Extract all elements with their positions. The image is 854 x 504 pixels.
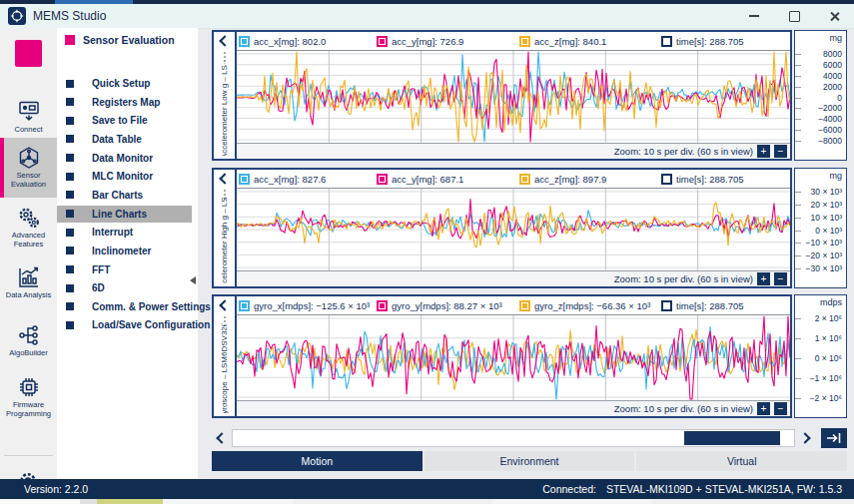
legend-toggle-time-s[interactable]: time[s]: 288.705 [661, 172, 744, 186]
app-logo-icon [8, 7, 26, 25]
menu-item-mlc-monitor[interactable]: MLC Monitor↗ [57, 168, 192, 185]
legend-toggle-acc-x-mg[interactable]: acc_x[mg]: 827.6 [239, 172, 326, 186]
tick-mark [795, 130, 801, 131]
menu-item-inclinometer[interactable]: Inclinometer↗ [57, 243, 192, 259]
menu-item-registers-map[interactable]: Registers Map [57, 94, 192, 111]
chevron-left-icon [219, 173, 230, 184]
app-window: MEMS Studio ConnectSensor EvaluationAdva… [0, 0, 854, 504]
legend-text: acc_z[mg]: 840.1 [534, 36, 606, 47]
menu-collapse-arrow-icon[interactable] [190, 276, 196, 284]
connect-board-icon [17, 100, 41, 124]
connected-value: STEVAL-MKI109D + STEVAL-MKI251A, FW: 1.5… [606, 483, 842, 495]
y-axis: mg 30 × 10³20 × 10³10 × 10³0 × 10³−10 × … [794, 168, 847, 288]
legend-toggle-gyro-x-mdps[interactable]: gyro_x[mdps]: −125.6 × 10³ [239, 298, 370, 312]
scroll-left-button[interactable] [212, 428, 232, 448]
legend-toggle-time-s[interactable]: time[s]: 288.705 [661, 34, 744, 48]
tick-mark [795, 358, 801, 359]
taskbar-edge [0, 499, 854, 504]
menu-item-quick-setup[interactable]: Quick Setup [57, 75, 192, 92]
menu-item-data-table[interactable]: Data Table [57, 131, 192, 148]
tick-mark [795, 98, 801, 99]
menu-item-save-to-file[interactable]: Save to File [57, 112, 192, 129]
sidebar-divider [4, 455, 53, 456]
menu-item-line-charts[interactable]: Line Charts↗ [57, 206, 192, 223]
legend-toggle-gyro-z-mdps[interactable]: gyro_z[mdps]: −66.36 × 10³ [519, 298, 650, 312]
zoom-out-button[interactable]: − [774, 402, 787, 415]
legend-toggle-acc-z-mg[interactable]: acc_z[mg]: 897.9 [519, 172, 606, 186]
menu-item-6d[interactable]: 6D [57, 279, 192, 296]
chevron-right-icon [799, 432, 810, 443]
y-axis-tick: −1 × 10⁶ [810, 373, 842, 383]
menu-item-data-monitor[interactable]: Data Monitor [57, 150, 192, 167]
scrollbar-thumb[interactable] [684, 431, 780, 445]
y-axis-unit: mg [829, 33, 842, 43]
legend-checkbox-icon [239, 174, 250, 185]
legend-checkbox-icon [661, 300, 672, 311]
menu-item-interrupt[interactable]: Interrupt [57, 224, 192, 241]
menu-item-label: Line Charts [92, 209, 147, 220]
legend-row: acc_x[mg]: 827.6acc_y[mg]: 687.1acc_z[mg… [237, 170, 790, 189]
sidebar-item-firmware-programming[interactable]: Firmware Programming [0, 371, 57, 423]
scroll-right-button[interactable] [795, 428, 815, 448]
sidebar-item-label: Sensor Evaluation [2, 172, 56, 189]
titlebar: MEMS Studio [0, 4, 854, 29]
connected-label: Connected: [542, 483, 596, 495]
legend-text: acc_x[mg]: 802.0 [254, 36, 326, 47]
jump-to-end-button[interactable] [821, 428, 847, 448]
minimize-button[interactable] [734, 4, 774, 28]
zoom-in-button[interactable]: + [757, 145, 770, 158]
legend-toggle-acc-y-mg[interactable]: acc_y[mg]: 726.9 [377, 34, 463, 48]
menu-item-bar-charts[interactable]: Bar Charts↗ [57, 187, 192, 204]
selected-indicator [0, 138, 4, 198]
tab-motion[interactable]: Motion [212, 451, 423, 471]
collapse-chart-button[interactable] [214, 37, 235, 45]
menu-item-label: FFT [92, 264, 110, 275]
sidebar-item-data-analysis[interactable]: Data Analysis [0, 261, 57, 303]
brand-logo [15, 40, 42, 67]
tick-mark [795, 378, 801, 379]
chart-collapse-strip: Gyroscope – LSM6DSV320X [214, 296, 237, 416]
tick-mark [795, 243, 801, 244]
close-button[interactable] [814, 4, 854, 28]
arrow-to-end-icon [826, 432, 842, 444]
menu-item-comm-power-settings[interactable]: Comm. & Power Settings [57, 298, 192, 315]
tab-environment[interactable]: Environment [425, 451, 635, 471]
chevron-left-icon [219, 35, 230, 46]
maximize-button[interactable] [774, 4, 814, 28]
square-bullet-icon [66, 135, 74, 143]
legend-toggle-acc-y-mg[interactable]: acc_y[mg]: 687.1 [377, 172, 463, 186]
zoom-in-button[interactable]: + [757, 402, 770, 415]
zoom-in-button[interactable]: + [757, 272, 770, 285]
legend-toggle-acc-z-mg[interactable]: acc_z[mg]: 840.1 [519, 34, 606, 48]
y-axis-tick: −30 × 10³ [806, 263, 842, 273]
sidebar-item-algobuilder[interactable]: AlgoBuilder [0, 321, 57, 359]
collapse-chart-button[interactable] [214, 301, 235, 309]
y-axis-tick: 2 × 10⁶ [815, 313, 842, 323]
chart-collapse-strip: Accelerometer High g – LS··· [214, 170, 237, 286]
sidebar-item-advanced-features[interactable]: Advanced Features [0, 202, 57, 253]
menu-item-fft[interactable]: FFT [57, 261, 192, 278]
legend-toggle-time-s[interactable]: time[s]: 288.705 [661, 298, 744, 312]
zoom-out-button[interactable]: − [774, 145, 787, 158]
chart-title: Accelerometer High g – LS··· [216, 198, 232, 283]
sidebar-item-connect[interactable]: Connect [0, 98, 57, 136]
tick-mark [795, 119, 801, 120]
collapse-chart-button[interactable] [214, 175, 235, 183]
square-bullet-icon [66, 229, 74, 237]
sidebar-item-label: Connect [15, 126, 43, 135]
zoom-out-button[interactable]: − [774, 272, 787, 285]
square-bullet-icon [66, 321, 74, 329]
legend-toggle-gyro-y-mdps[interactable]: gyro_y[mdps]: 88.27 × 10³ [377, 298, 502, 312]
tab-virtual[interactable]: Virtual [636, 451, 847, 471]
legend-toggle-acc-x-mg[interactable]: acc_x[mg]: 802.0 [239, 34, 326, 48]
chart-panel-gyroscope: Gyroscope – LSM6DSV320X gyro_x[mdps]: −1… [212, 294, 847, 418]
version-label: Version: 2.2.0 [24, 483, 88, 495]
square-bullet-icon [66, 98, 74, 106]
scrollbar-track[interactable] [232, 429, 795, 447]
menu-item-load-save-configuration[interactable]: Load/Save Configuration [57, 316, 192, 333]
square-bullet-icon [66, 247, 74, 254]
y-axis-tick: −8000 [818, 136, 842, 146]
tick-mark [795, 338, 801, 339]
menu-item-label: Registers Map [92, 97, 160, 108]
sidebar-item-sensor-evaluation[interactable]: Sensor Evaluation [0, 138, 57, 198]
